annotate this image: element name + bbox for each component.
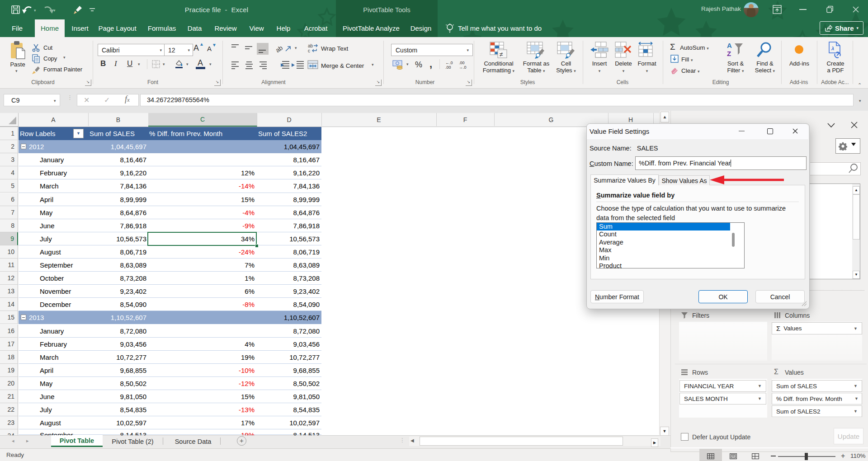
svg-text:A: A [727,42,732,49]
svg-text:c: c [308,48,310,53]
svg-text:→.0: →.0 [459,65,467,69]
svg-text:≠: ≠ [500,51,503,58]
svg-text:ab: ab [308,43,313,48]
svg-text:←.0: ←.0 [445,61,453,65]
svg-text:.00: .00 [459,61,465,65]
svg-text:.00: .00 [445,65,451,69]
svg-text:Z: Z [727,50,731,57]
svg-text:ab: ab [275,44,284,54]
svg-text:λ: λ [831,46,834,51]
